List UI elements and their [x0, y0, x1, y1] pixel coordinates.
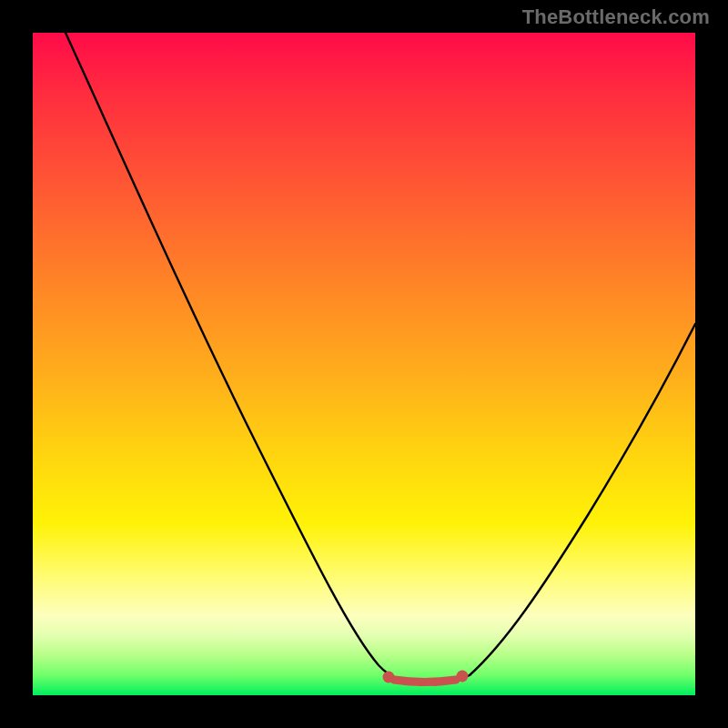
bottleneck-curve-svg — [33, 33, 695, 695]
flat-zone-dot-right — [457, 671, 469, 682]
watermark-text: TheBottleneck.com — [522, 5, 710, 29]
bottleneck-curve — [66, 33, 695, 682]
flat-zone-dot-left — [383, 672, 395, 683]
flat-zone-dot — [402, 678, 410, 685]
flat-zone-dot — [431, 679, 439, 686]
flat-zone-dot — [445, 677, 452, 684]
flat-zone-dot — [417, 679, 424, 686]
plot-area — [33, 33, 695, 695]
chart-frame: TheBottleneck.com — [0, 0, 728, 728]
